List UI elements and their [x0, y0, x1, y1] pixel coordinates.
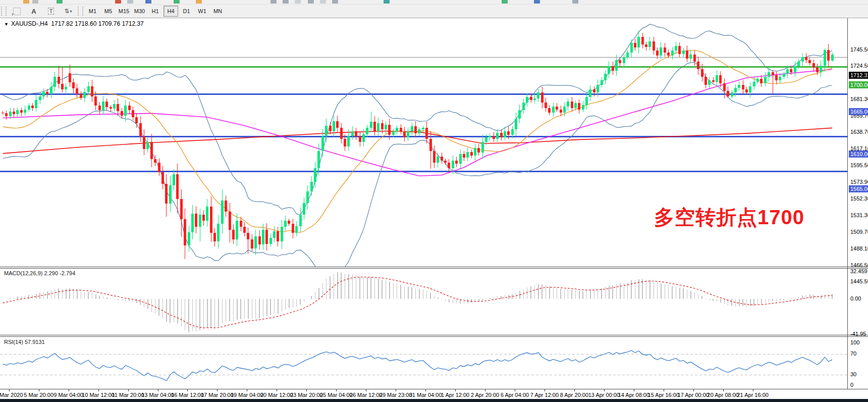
- rsi-tick: 30: [850, 371, 856, 377]
- macd-tick: 0.00: [850, 295, 861, 302]
- time-axis[interactable]: 4 Mar 20205 Mar 20:009 Mar 04:0010 Mar 1…: [0, 389, 868, 399]
- price-tick: 1509.70: [850, 229, 868, 235]
- time-label: 1 Apr 12:00: [441, 392, 469, 398]
- hline-1665-tag: 1665.00: [849, 108, 868, 115]
- toolbar-grip[interactable]: [78, 7, 83, 16]
- clipped-icon: [384, 0, 390, 4]
- hline-1610-tag: 1610.00: [849, 150, 868, 158]
- time-label: 17 Apr 00:00: [678, 392, 709, 398]
- macd-panel[interactable]: [0, 269, 848, 335]
- clipped-icon: [283, 0, 289, 4]
- time-label: 9 Mar 04:00: [53, 392, 83, 398]
- time-label: 8 Apr 20:00: [560, 392, 588, 398]
- time-tick: [664, 389, 664, 391]
- mt4-chart-window: F A T ⇅▾ M1M5M15M30H1H4D1W1MN ▼XAUUSD-,H…: [0, 0, 868, 402]
- clipped-icon: [502, 0, 508, 4]
- time-label: 19 Mar 04:00: [231, 392, 263, 398]
- hline-1700-tag: 1700.00: [849, 81, 868, 88]
- time-tick: [515, 389, 515, 391]
- time-tick: [396, 389, 396, 391]
- time-tick: [306, 389, 307, 391]
- symbol-ohlc-values: 1717.82 1718.60 1709.76 1712.37: [51, 20, 144, 27]
- toolbar: F A T ⇅▾ M1M5M15M30H1H4D1W1MN: [0, 5, 868, 18]
- time-tick: [128, 389, 129, 391]
- price-tick: 1638.70: [850, 129, 868, 135]
- tf-button-M5[interactable]: M5: [101, 6, 116, 17]
- time-label: 13 Apr 00:00: [588, 392, 620, 398]
- chart-area[interactable]: ▼XAUUSD-,H4 1717.82 1718.60 1709.76 1712…: [0, 18, 868, 402]
- time-tick: [39, 389, 39, 391]
- time-tick: [723, 389, 724, 391]
- time-tick: [634, 389, 634, 391]
- text-label-icon[interactable]: T: [43, 5, 59, 17]
- clipped-icon: [127, 0, 133, 4]
- clipped-toolbar-row: [0, 0, 868, 5]
- clipped-icon: [295, 0, 301, 4]
- time-label: 20 Apr 08:00: [708, 392, 739, 398]
- tf-button-H4[interactable]: H4: [164, 6, 178, 17]
- clipped-icon: [32, 0, 38, 4]
- rsi-label: RSI(14) 57.9131: [4, 339, 45, 345]
- crosshair-mode-icon[interactable]: F: [9, 5, 25, 17]
- time-tick: [604, 389, 605, 391]
- time-label: 25 Mar 04:00: [320, 392, 353, 398]
- symbol-title: XAUUSD-,H4: [11, 20, 48, 27]
- time-tick: [98, 389, 99, 391]
- rsi-tick: 70: [850, 350, 856, 357]
- tf-button-D1[interactable]: D1: [179, 6, 194, 17]
- time-tick: [69, 389, 69, 391]
- symbol-ohlc-line: ▼XAUUSD-,H4 1717.82 1718.60 1709.76 1712…: [4, 20, 144, 27]
- price-tick: 1573.90: [850, 179, 868, 185]
- price-tick: 1552.30: [850, 195, 868, 202]
- time-tick: [277, 389, 277, 391]
- chart-annotation-text: 多空转折点1700: [654, 204, 804, 231]
- clipped-icon: [320, 0, 326, 4]
- tf-button-M30[interactable]: M30: [132, 6, 147, 17]
- tf-button-W1[interactable]: W1: [195, 6, 209, 17]
- tf-button-MN[interactable]: MN: [210, 6, 225, 17]
- time-label: 2 Apr 20:00: [471, 392, 499, 398]
- time-label: 15 Apr 16:00: [648, 392, 679, 398]
- macd-tick: 32.459: [850, 268, 867, 274]
- time-label: 23 Mar 20:00: [290, 392, 323, 398]
- clipped-icon: [23, 0, 29, 4]
- tf-button-H1[interactable]: H1: [148, 6, 162, 17]
- toolbar-grip[interactable]: [1, 7, 7, 16]
- clipped-icon: [332, 0, 338, 4]
- time-label: 21 Apr 16:00: [737, 392, 768, 398]
- time-label: 20 Mar 12:00: [260, 392, 293, 398]
- time-label: 26 Mar 12:00: [350, 392, 383, 398]
- text-a-icon[interactable]: A: [26, 5, 42, 17]
- hline-1565-tag: 1565.00: [849, 185, 868, 192]
- clipped-icon: [308, 0, 314, 4]
- price-tick: 1724.50: [850, 63, 868, 69]
- time-tick: [455, 389, 456, 391]
- tf-button-M1[interactable]: M1: [85, 6, 100, 17]
- time-label: 11 Mar 20:00: [112, 392, 144, 398]
- time-label: 4 Mar 2020: [0, 392, 23, 398]
- time-label: 5 Mar 20:00: [24, 392, 53, 398]
- time-tick: [217, 389, 218, 391]
- clipped-icon: [270, 0, 277, 4]
- clipped-icon: [145, 0, 151, 4]
- time-tick: [425, 389, 426, 391]
- time-label: 16 Mar 12:00: [171, 392, 204, 398]
- time-tick: [693, 389, 694, 391]
- price-axis[interactable]: 1745.501724.501681.301659.701638.701617.…: [848, 18, 868, 402]
- chevron-down-icon: ▼: [4, 22, 9, 27]
- price-tick: 1531.30: [850, 212, 868, 218]
- cursor-shift-icon[interactable]: ⇅▾: [60, 5, 76, 17]
- window-bottom-edge: [0, 399, 868, 402]
- rsi-panel[interactable]: [0, 337, 848, 389]
- tf-button-M15[interactable]: M15: [117, 6, 131, 17]
- time-label: 7 Apr 12:00: [530, 392, 559, 398]
- price-tick: 1488.10: [850, 245, 868, 252]
- price-tick: 1466.50: [850, 262, 868, 268]
- macd-tick: -41.95: [850, 331, 866, 337]
- clipped-icon: [57, 0, 63, 4]
- time-label: 13 Mar 04:00: [141, 392, 174, 398]
- time-tick: [485, 389, 485, 391]
- time-tick: [9, 389, 10, 391]
- clipped-icon: [196, 0, 202, 4]
- time-tick: [574, 389, 575, 391]
